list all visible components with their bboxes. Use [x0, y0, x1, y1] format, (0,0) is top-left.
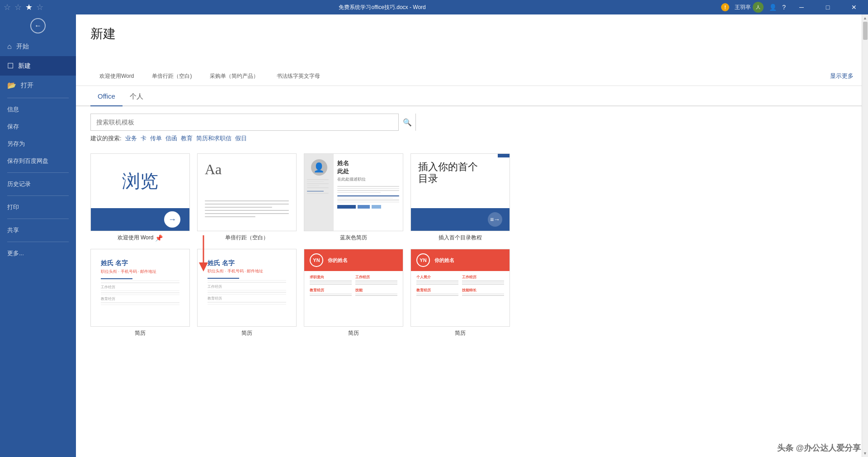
sidebar-item-share[interactable]: 共享 [0, 222, 76, 239]
sidebar-item-info[interactable]: 信息 [0, 101, 76, 118]
star-icon-2[interactable]: ☆ [14, 2, 22, 12]
suggest-link-3[interactable]: 传单 [150, 134, 162, 143]
yn1-line9 [355, 294, 397, 295]
show-more-button[interactable]: 显示更多 [830, 72, 854, 80]
yn2-row1: 个人简介 工作经历 [416, 275, 504, 286]
yn1-line7 [310, 294, 352, 295]
yn2-col4: 技能特长 [462, 288, 504, 297]
sidebar-divider [7, 98, 69, 98]
r2a-line-2 [101, 281, 179, 281]
yn1-label-3: 教育经历 [310, 288, 352, 293]
avatar[interactable]: 人 [753, 2, 764, 13]
sidebar-item-history[interactable]: 历史记录 [0, 176, 76, 193]
sidebar-item-new-label: 新建 [18, 62, 31, 70]
people-icon[interactable]: 👤 [769, 4, 777, 11]
maximize-button[interactable]: □ [817, 0, 838, 14]
help-icon[interactable]: ? [782, 4, 786, 11]
r2a-small-2: 教育经历 [101, 296, 179, 301]
strip-item-4[interactable]: 书法练字英文字母 [268, 72, 329, 86]
template-label-welcome: 欢迎使用 Word 📌 [90, 234, 190, 242]
template-card-blank[interactable]: Aa 单倍行距（空白） [197, 153, 297, 242]
toc-bottom: ≡→ [411, 208, 509, 231]
yn2-label-1: 个人简介 [416, 275, 458, 280]
suggest-link-2[interactable]: 卡 [141, 134, 146, 143]
home-icon: ⌂ [7, 43, 12, 51]
r2b-line-5 [208, 292, 286, 293]
sidebar-divider-3 [7, 195, 69, 196]
suggest-link-5[interactable]: 教育 [181, 134, 193, 143]
yn2-line8 [416, 295, 458, 296]
sidebar: ← ⌂ 开始 ☐ 新建 📂 打开 信息 保存 另存为 保存到百度网盘 历史记录 … [0, 14, 76, 457]
template-card-yn2[interactable]: YN 你的姓名 个人简介 [410, 249, 510, 337]
scroll-track[interactable] [863, 22, 868, 450]
template-thumb-welcome: 浏览 → [90, 153, 190, 231]
yn2-label-3: 教育经历 [416, 288, 458, 293]
sidebar-item-save[interactable]: 保存 [0, 118, 76, 135]
sidebar-item-save-baidu[interactable]: 保存到百度网盘 [0, 152, 76, 170]
template-card-resume-blue[interactable]: 👤 姓名此处 [304, 153, 403, 242]
close-button[interactable]: ✕ [844, 0, 864, 14]
tab-personal[interactable]: 个人 [123, 88, 151, 106]
yn2-col3: 教育经历 [416, 288, 458, 297]
sidebar-item-open-label: 打开 [21, 81, 33, 90]
yn2-col2: 工作经历 [462, 275, 504, 286]
welcome-preview-bottom: → [91, 208, 189, 231]
suggest-link-6[interactable]: 简历和求职信 [196, 134, 231, 143]
tab-office[interactable]: Office [90, 88, 123, 106]
rl-7 [307, 193, 329, 194]
suggest-link-1[interactable]: 业务 [125, 134, 137, 143]
suggest-link-7[interactable]: 假日 [235, 134, 247, 143]
star-icon-3[interactable]: ★ [25, 2, 33, 12]
yn2-col1: 个人简介 [416, 275, 458, 286]
template-row-1: 浏览 → 欢迎使用 Word 📌 Aa [90, 153, 854, 242]
template-grid: 浏览 → 欢迎使用 Word 📌 Aa [76, 148, 868, 457]
r2a-line-4 [101, 290, 179, 291]
pin-icon-welcome[interactable]: 📌 [155, 234, 163, 242]
scroll-down-arrow[interactable]: ▼ [863, 450, 867, 457]
template-card-yn1[interactable]: YN 你的姓名 求职意向 [304, 249, 403, 337]
sidebar-item-open[interactable]: 📂 打开 [0, 76, 76, 95]
yn2-line9 [462, 294, 504, 295]
template-card-toc[interactable]: 新型 插入你的首个目录 ≡→ 插入首个目录教程 [410, 153, 510, 242]
search-button[interactable]: 🔍 [398, 114, 415, 131]
sidebar-item-more[interactable]: 更多... [0, 245, 76, 262]
r2b-name: 姓氏 名字 [208, 259, 286, 267]
rl-4 [307, 186, 319, 186]
yn1-row2: 教育经历 技能 [310, 288, 397, 297]
sidebar-item-home[interactable]: ⌂ 开始 [0, 37, 76, 56]
strip-item-2[interactable]: 单倍行距（空白) [143, 72, 201, 86]
template-card-resume2a[interactable]: 姓氏 名字 职位头衔 · 手机号码 · 邮件地址 工作经历 教育经历 [90, 249, 190, 337]
star-icon-1[interactable]: ☆ [4, 2, 11, 12]
titlebar-right: ! 王羽卒 人 👤 ? ─ □ ✕ [721, 0, 864, 14]
minimize-button[interactable]: ─ [791, 0, 812, 14]
welcome-preview-text: 浏览 [91, 154, 189, 208]
sidebar-divider-4 [7, 219, 69, 219]
back-button[interactable]: ← [0, 14, 76, 37]
template-card-welcome[interactable]: 浏览 → 欢迎使用 Word 📌 [90, 153, 190, 242]
template-thumb-resume: 👤 姓名此处 [304, 153, 403, 231]
welcome-arrow-icon: → [164, 211, 180, 228]
scroll-up-arrow[interactable]: ▲ [863, 14, 867, 22]
suggest-link-4[interactable]: 信函 [165, 134, 177, 143]
search-input[interactable] [91, 119, 398, 126]
strip-item-3[interactable]: 采购单（简约产品） [201, 72, 268, 86]
sidebar-item-save-as[interactable]: 另存为 [0, 135, 76, 152]
yn1-title: 你的姓名 [328, 257, 348, 264]
r2b-small-2: 教育经历 [208, 296, 286, 301]
sidebar-item-new[interactable]: ☐ 新建 [0, 56, 76, 76]
yn1-col3: 教育经历 [310, 288, 352, 297]
template-card-resume2b[interactable]: 姓氏 名字 职位头衔 · 手机号码 · 邮件地址 工作经历 教育经历 [197, 249, 297, 337]
scrollbar[interactable]: ▲ ▼ [862, 14, 868, 457]
yn2-line3 [416, 284, 458, 285]
yn2-circle: YN [416, 253, 430, 267]
r2b-line-3 [208, 282, 286, 283]
blank-line-6 [205, 216, 255, 217]
template-label-blank: 单倍行距（空白） [197, 234, 297, 242]
titlebar-title: 免费系统学习office技巧.docx - Word [43, 4, 721, 11]
scroll-thumb[interactable] [863, 22, 868, 40]
resume-avatar: 👤 [311, 159, 327, 176]
sidebar-item-print[interactable]: 打印 [0, 199, 76, 216]
star-icon-4[interactable]: ☆ [36, 2, 43, 12]
sidebar-nav: ⌂ 开始 ☐ 新建 📂 打开 [0, 37, 76, 95]
strip-item-1[interactable]: 欢迎使用Word [90, 72, 143, 86]
